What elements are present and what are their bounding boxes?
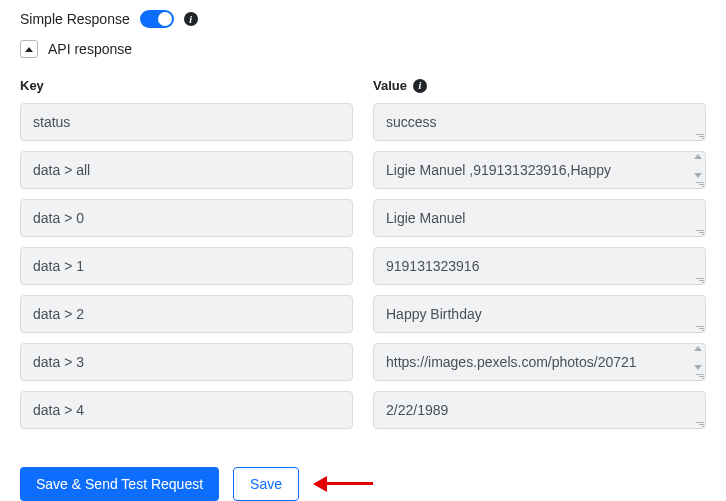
scroll-indicator[interactable]	[693, 346, 703, 370]
simple-response-row: Simple Response i	[20, 10, 706, 28]
api-response-title: API response	[48, 41, 132, 57]
key-column: Key statusdata > alldata > 0data > 1data…	[20, 78, 353, 439]
value-field[interactable]: 2/22/1989	[373, 391, 706, 429]
key-field[interactable]: data > 3	[20, 343, 353, 381]
resize-grip-icon[interactable]	[694, 417, 704, 427]
info-icon[interactable]: i	[184, 12, 198, 26]
resize-grip-icon[interactable]	[694, 177, 704, 187]
resize-grip-icon[interactable]	[694, 129, 704, 139]
simple-response-toggle[interactable]	[140, 10, 174, 28]
info-icon[interactable]: i	[413, 79, 427, 93]
value-field[interactable]: Ligie Manuel	[373, 199, 706, 237]
resize-grip-icon[interactable]	[694, 225, 704, 235]
scroll-indicator[interactable]	[693, 154, 703, 178]
simple-response-label: Simple Response	[20, 11, 130, 27]
value-field[interactable]: Happy Birthday	[373, 295, 706, 333]
resize-grip-icon[interactable]	[694, 369, 704, 379]
value-field[interactable]: Ligie Manuel ,919131323916,Happy	[373, 151, 706, 189]
key-column-header: Key	[20, 78, 353, 93]
chevron-up-icon	[25, 47, 33, 52]
collapse-toggle[interactable]	[20, 40, 38, 58]
key-field[interactable]: data > 4	[20, 391, 353, 429]
value-field[interactable]: success	[373, 103, 706, 141]
resize-grip-icon[interactable]	[694, 273, 704, 283]
annotation-arrow	[313, 477, 373, 491]
key-field[interactable]: data > 1	[20, 247, 353, 285]
key-field[interactable]: data > 0	[20, 199, 353, 237]
save-send-button[interactable]: Save & Send Test Request	[20, 467, 219, 501]
arrow-line	[327, 482, 373, 485]
api-response-section-header: API response	[20, 40, 706, 58]
save-button[interactable]: Save	[233, 467, 299, 501]
key-field[interactable]: data > all	[20, 151, 353, 189]
kv-columns: Key statusdata > alldata > 0data > 1data…	[20, 78, 706, 439]
toggle-knob	[158, 12, 172, 26]
value-field[interactable]: https://images.pexels.com/photos/20721	[373, 343, 706, 381]
key-list: statusdata > alldata > 0data > 1data > 2…	[20, 103, 353, 429]
key-header-text: Key	[20, 78, 44, 93]
arrow-head-icon	[313, 476, 327, 492]
key-field[interactable]: data > 2	[20, 295, 353, 333]
value-column-header: Value i	[373, 78, 706, 93]
value-list: successLigie Manuel ,919131323916,HappyL…	[373, 103, 706, 429]
value-field[interactable]: 919131323916	[373, 247, 706, 285]
value-column: Value i successLigie Manuel ,91913132391…	[373, 78, 706, 439]
resize-grip-icon[interactable]	[694, 321, 704, 331]
key-field[interactable]: status	[20, 103, 353, 141]
footer-actions: Save & Send Test Request Save	[20, 467, 706, 501]
value-header-text: Value	[373, 78, 407, 93]
